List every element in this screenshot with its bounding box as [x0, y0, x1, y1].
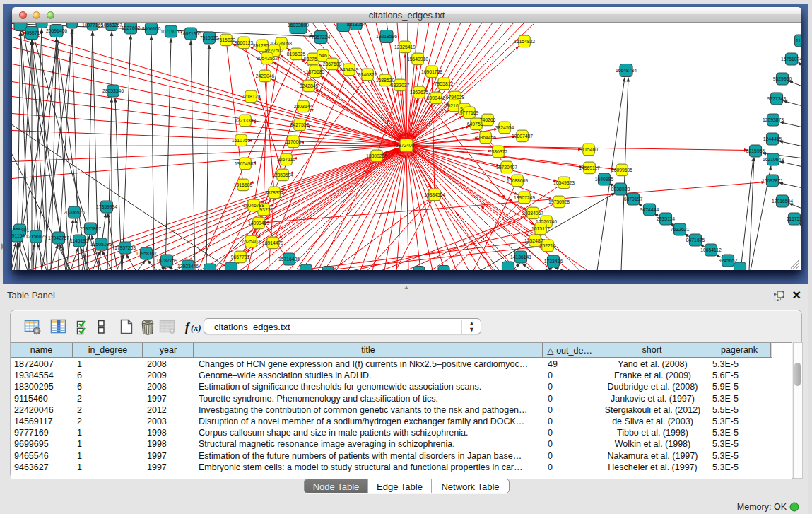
- svg-text:8660123: 8660123: [235, 40, 254, 45]
- svg-text:10719155: 10719155: [160, 29, 182, 34]
- svg-text:7615822: 7615822: [217, 37, 236, 42]
- svg-text:8990448: 8990448: [427, 95, 446, 100]
- svg-text:8242845: 8242845: [300, 83, 319, 88]
- svg-text:2420046: 2420046: [256, 74, 275, 78]
- svg-text:15716485: 15716485: [278, 257, 300, 262]
- svg-text:9146821: 9146821: [358, 72, 377, 77]
- svg-text:17359934: 17359934: [96, 204, 117, 209]
- svg-text:16549323: 16549323: [553, 180, 575, 185]
- svg-text:746266: 746266: [480, 117, 496, 122]
- svg-text:10046788: 10046788: [243, 203, 264, 208]
- svg-text:6794028: 6794028: [446, 95, 465, 100]
- svg-text:15640910: 15640910: [407, 57, 428, 62]
- svg-text:7955812: 7955812: [435, 81, 454, 86]
- svg-text:7857224: 7857224: [312, 35, 331, 40]
- svg-text:16648784: 16648784: [616, 68, 637, 73]
- svg-text:18300295: 18300295: [366, 153, 387, 158]
- svg-text:8215955: 8215955: [746, 148, 765, 153]
- svg-text:12325419: 12325419: [394, 45, 416, 49]
- svg-text:20384067: 20384067: [522, 211, 543, 216]
- svg-text:9245652: 9245652: [719, 258, 738, 263]
- svg-text:14099489: 14099489: [248, 221, 269, 226]
- svg-text:17942757: 17942757: [48, 235, 69, 240]
- svg-text:7515525: 7515525: [200, 35, 219, 40]
- svg-text:6879197: 6879197: [624, 197, 643, 201]
- svg-text:1362635: 1362635: [410, 90, 429, 95]
- svg-text:19384554: 19384554: [424, 192, 445, 197]
- svg-text:8196325: 8196325: [287, 52, 306, 57]
- svg-text:8466160: 8466160: [142, 26, 161, 31]
- svg-text:12156829: 12156829: [25, 234, 47, 239]
- svg-text:1588520: 1588520: [376, 78, 395, 83]
- svg-text:2803144: 2803144: [294, 104, 313, 109]
- svg-text:f: f: [185, 320, 191, 334]
- svg-text:10807487: 10807487: [512, 134, 533, 139]
- svg-text:1145191: 1145191: [70, 238, 88, 243]
- svg-text:19654985: 19654985: [235, 161, 256, 166]
- svg-text:16033809: 16033809: [288, 23, 309, 28]
- svg-text:15692871: 15692871: [762, 178, 783, 183]
- svg-text:1875685: 1875685: [306, 69, 325, 74]
- svg-text:14055714: 14055714: [21, 30, 42, 35]
- svg-text:10654112: 10654112: [700, 247, 722, 252]
- svg-text:12213383: 12213383: [235, 118, 256, 123]
- svg-text:10543562: 10543562: [257, 56, 278, 61]
- svg-text:8267110: 8267110: [277, 157, 295, 162]
- svg-text:1610755: 1610755: [232, 138, 251, 143]
- svg-text:8454749: 8454749: [340, 67, 359, 72]
- svg-text:8427552: 8427552: [290, 122, 310, 127]
- svg-text:18907249: 18907249: [514, 195, 535, 200]
- svg-text:1112: 1112: [796, 38, 801, 43]
- svg-text:7632621: 7632621: [671, 227, 690, 232]
- svg-text:15751074: 15751074: [781, 57, 801, 62]
- svg-text:14136141: 14136141: [510, 255, 531, 259]
- svg-text:1615112: 1615112: [531, 226, 550, 231]
- svg-text:18724007: 18724007: [396, 143, 417, 148]
- svg-text:19756928: 19756928: [548, 199, 570, 204]
- svg-text:391154: 391154: [12, 233, 25, 238]
- svg-text:28053346: 28053346: [102, 88, 124, 93]
- svg-text:1327602: 1327602: [122, 25, 141, 30]
- svg-text:1244415: 1244415: [763, 136, 782, 141]
- svg-text:8322037: 8322037: [391, 83, 410, 88]
- svg-text:9777169: 9777169: [460, 110, 479, 115]
- svg-text:8813054: 8813054: [347, 23, 366, 27]
- svg-text:1916685: 1916685: [234, 182, 253, 187]
- svg-text:10958107: 10958107: [136, 251, 157, 256]
- svg-text:8938928: 8938928: [611, 187, 630, 192]
- svg-text:16154832: 16154832: [514, 39, 535, 44]
- svg-text:116753: 116753: [787, 216, 801, 221]
- svg-text:8878352: 8878352: [265, 190, 284, 195]
- svg-text:16914479: 16914479: [262, 240, 283, 245]
- svg-text:20691406: 20691406: [46, 28, 67, 33]
- svg-text:12923446: 12923446: [177, 264, 199, 269]
- svg-text:12353594: 12353594: [272, 173, 293, 177]
- svg-text:9474444: 9474444: [640, 207, 659, 212]
- svg-text:(x): (x): [191, 323, 201, 333]
- svg-text:10977165: 10977165: [82, 23, 103, 28]
- svg-text:9115460: 9115460: [579, 147, 598, 152]
- svg-text:9329966: 9329966: [773, 76, 792, 81]
- svg-text:16671355: 16671355: [180, 31, 201, 36]
- svg-text:2718120: 2718120: [242, 94, 261, 99]
- svg-text:12093873: 12093873: [763, 117, 784, 122]
- svg-text:7625402: 7625402: [242, 239, 261, 244]
- svg-text:20364456: 20364456: [475, 135, 496, 140]
- svg-text:8471675: 8471675: [686, 238, 705, 243]
- svg-text:16099695: 16099695: [611, 168, 632, 173]
- svg-text:19218596: 19218596: [376, 34, 397, 39]
- svg-text:16961758: 16961758: [421, 69, 442, 74]
- svg-text:3824554: 3824554: [495, 125, 514, 130]
- svg-text:10653267: 10653267: [101, 23, 122, 28]
- svg-text:7386372: 7386372: [489, 149, 508, 154]
- svg-text:10688609: 10688609: [507, 178, 528, 183]
- svg-text:17957253: 17957253: [114, 245, 136, 250]
- svg-text:20206576: 20206576: [64, 210, 85, 215]
- svg-text:14569117: 14569117: [579, 165, 600, 170]
- svg-text:1733426: 1733426: [544, 259, 563, 264]
- svg-text:12505105: 12505105: [90, 242, 112, 247]
- svg-text:16782759: 16782759: [156, 258, 177, 263]
- svg-text:546: 546: [319, 53, 327, 58]
- svg-text:17016504: 17016504: [772, 199, 793, 204]
- svg-text:15720407: 15720407: [496, 165, 517, 170]
